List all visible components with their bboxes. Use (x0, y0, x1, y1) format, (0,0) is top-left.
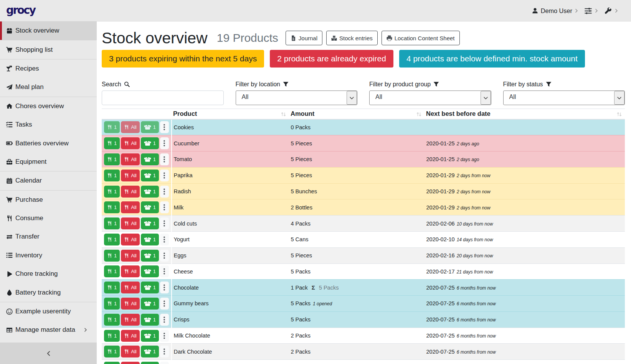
sidebar-item-consume[interactable]: Consume (0, 209, 97, 227)
open-one-button[interactable]: 1 (141, 170, 159, 181)
status-banner-1[interactable]: 2 products are already expired (270, 50, 393, 68)
consume-one-button[interactable]: 1 (104, 201, 120, 213)
row-menu-button[interactable] (160, 217, 169, 229)
row-menu-button[interactable] (160, 153, 169, 165)
stock-entries-button[interactable]: Stock entries (326, 31, 378, 45)
consume-one-button[interactable]: 1 (104, 250, 120, 262)
open-one-button[interactable]: 1 (141, 201, 159, 213)
open-one-button[interactable]: 1 (141, 137, 159, 149)
consume-all-button[interactable]: All (121, 186, 139, 198)
search-input[interactable] (102, 91, 224, 105)
open-one-button[interactable]: 1 (141, 234, 159, 245)
amount-column-header[interactable]: Amount (289, 109, 425, 119)
consume-one-button[interactable]: 1 (104, 153, 120, 165)
open-one-button[interactable]: 1 (141, 282, 159, 293)
open-one-button[interactable]: 1 (141, 362, 159, 364)
status-banner-0[interactable]: 3 products expiring within the next 5 da… (102, 50, 264, 68)
row-menu-button[interactable] (160, 234, 169, 245)
consume-all-button[interactable]: All (121, 314, 139, 326)
row-menu-button[interactable] (160, 170, 169, 181)
consume-one-button[interactable]: 1 (104, 330, 120, 342)
consume-one-button[interactable]: 1 (104, 234, 120, 245)
sidebar-item-shopping-list[interactable]: Shopping list (0, 40, 97, 59)
consume-all-button[interactable]: All (121, 234, 139, 245)
sidebar-item-stock-overview[interactable]: Stock overview (0, 21, 97, 40)
location-content-sheet-button[interactable]: Location Content Sheet (382, 31, 460, 45)
filter-select[interactable]: All (236, 91, 358, 105)
row-menu-button[interactable] (160, 330, 169, 342)
consume-all-button[interactable]: All (121, 265, 139, 277)
row-menu-button[interactable] (160, 250, 169, 262)
row-menu-button[interactable] (160, 186, 169, 198)
consume-one-button[interactable]: 1 (104, 137, 120, 149)
row-menu-button[interactable] (160, 137, 169, 149)
row-menu-button[interactable] (160, 201, 169, 213)
sidebar-item-equipment[interactable]: Equipment (0, 153, 97, 171)
consume-one-button[interactable]: 1 (104, 314, 120, 326)
consume-all-button[interactable]: All (121, 298, 139, 310)
user-menu[interactable]: Demo User (532, 7, 578, 15)
sidebar-item-chores-overview[interactable]: Chores overview (0, 97, 97, 115)
journal-button[interactable]: Journal (286, 31, 322, 45)
open-one-button[interactable]: 1 (141, 330, 159, 342)
sidebar-item-example-userentity[interactable]: Example userentity (0, 302, 97, 321)
consume-one-button[interactable]: 1 (104, 186, 120, 198)
home-icon (5, 103, 13, 109)
row-menu-button[interactable] (160, 265, 169, 277)
consume-all-button[interactable]: All (121, 362, 139, 364)
status-banner-2[interactable]: 4 products are below defined min. stock … (399, 50, 585, 68)
consume-all-button[interactable]: All (121, 137, 139, 149)
row-menu-button[interactable] (160, 346, 169, 357)
consume-all-button[interactable]: All (121, 153, 139, 165)
sidebar-item-meal-plan[interactable]: Meal plan (0, 78, 97, 96)
consume-all-button[interactable]: All (121, 217, 139, 229)
sidebar-item-chore-tracking[interactable]: Chore tracking (0, 265, 97, 283)
admin-menu[interactable] (605, 7, 618, 15)
open-one-button[interactable]: 1 (141, 186, 159, 198)
consume-all-button[interactable]: All (121, 170, 139, 181)
consume-one-button[interactable]: 1 (104, 121, 120, 133)
row-menu-button[interactable] (160, 314, 169, 326)
open-one-button[interactable]: 1 (141, 250, 159, 262)
consume-one-button[interactable]: 1 (104, 170, 120, 181)
settings-menu[interactable] (585, 7, 598, 15)
sidebar-collapse-button[interactable] (0, 343, 97, 364)
consume-one-button[interactable]: 1 (104, 265, 120, 277)
open-one-button[interactable]: 1 (141, 121, 159, 133)
product-column-header[interactable]: Product (172, 109, 289, 119)
sidebar-item-manage-master-data[interactable]: Manage master data (0, 321, 97, 339)
consume-all-button[interactable]: All (121, 250, 139, 262)
row-menu-button[interactable] (160, 121, 169, 133)
consume-one-button[interactable]: 1 (104, 282, 120, 293)
row-menu-button[interactable] (160, 282, 169, 293)
consume-all-button[interactable]: All (121, 201, 139, 213)
open-one-button[interactable]: 1 (141, 314, 159, 326)
date-column-header[interactable]: Next best before date (425, 109, 625, 119)
sidebar-item-battery-tracking[interactable]: Battery tracking (0, 283, 97, 301)
consume-one-button[interactable]: 1 (104, 298, 120, 310)
sidebar-item-tasks[interactable]: Tasks (0, 115, 97, 134)
grocy-logo[interactable]: grocy (6, 4, 35, 16)
open-one-button[interactable]: 1 (141, 346, 159, 357)
row-menu-button[interactable] (160, 298, 169, 310)
open-one-button[interactable]: 1 (141, 298, 159, 310)
sidebar-item-recipes[interactable]: Recipes (0, 59, 97, 78)
consume-one-button[interactable]: 1 (104, 346, 120, 357)
filter-select[interactable]: All (369, 91, 491, 105)
filter-select[interactable]: All (503, 91, 625, 105)
consume-all-button[interactable]: All (121, 121, 139, 133)
consume-one-button[interactable]: 1 (104, 217, 120, 229)
open-one-button[interactable]: 1 (141, 265, 159, 277)
row-menu-button[interactable] (160, 362, 169, 364)
sidebar-item-inventory[interactable]: Inventory (0, 246, 97, 265)
open-one-button[interactable]: 1 (141, 153, 159, 165)
consume-one-button[interactable]: 1 (104, 362, 120, 364)
sidebar-item-calendar[interactable]: Calendar (0, 171, 97, 190)
consume-all-button[interactable]: All (121, 346, 139, 357)
sidebar-item-batteries-overview[interactable]: Batteries overview (0, 134, 97, 152)
open-one-button[interactable]: 1 (141, 217, 159, 229)
consume-all-button[interactable]: All (121, 282, 139, 293)
sidebar-item-transfer[interactable]: Transfer (0, 227, 97, 246)
consume-all-button[interactable]: All (121, 330, 139, 342)
sidebar-item-purchase[interactable]: Purchase (0, 191, 97, 209)
